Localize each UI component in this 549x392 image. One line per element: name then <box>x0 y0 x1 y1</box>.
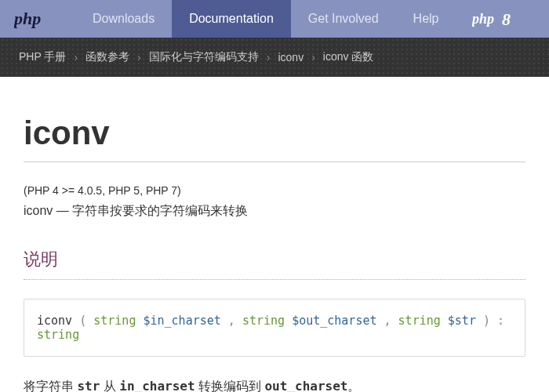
chevron-right-icon: › <box>137 51 141 64</box>
function-synopsis: iconv ( string $in_charset , string $out… <box>24 299 525 357</box>
syn-punct: ( <box>79 314 93 328</box>
svg-text:8: 8 <box>502 10 511 27</box>
syn-param-name: $in_charset <box>143 314 220 328</box>
php8-logo[interactable]: php 8 <box>463 10 525 27</box>
section-description: 说明 <box>24 248 525 280</box>
syn-param-type: string <box>93 314 136 328</box>
chevron-right-icon: › <box>74 51 78 64</box>
crumb-php-manual[interactable]: PHP 手册 <box>19 50 66 64</box>
syn-param-type: string <box>398 314 441 328</box>
crumb-iconv[interactable]: iconv <box>278 51 304 64</box>
crumb-function-ref[interactable]: 函数参考 <box>85 50 129 64</box>
syn-param-type: string <box>242 314 285 328</box>
syn-punct: ) : <box>483 314 504 328</box>
desc-text: 。 <box>347 379 360 392</box>
desc-literal-out-charset: out_charset <box>264 379 347 392</box>
nav-help[interactable]: Help <box>396 0 456 38</box>
nav-get-involved[interactable]: Get Involved <box>291 0 396 38</box>
content-area: iconv (PHP 4 >= 4.0.5, PHP 5, PHP 7) ico… <box>0 83 549 392</box>
top-navbar: php Downloads Documentation Get Involved… <box>0 0 549 38</box>
syn-param-name: $str <box>448 314 476 328</box>
syn-param-name: $out_charset <box>292 314 376 328</box>
syn-return-type: string <box>37 328 79 342</box>
syn-func-name: iconv <box>37 314 72 328</box>
syn-punct: , <box>228 314 242 328</box>
desc-literal-in-charset: in_charset <box>119 379 195 392</box>
breadcrumb-bar: PHP 手册 › 函数参考 › 国际化与字符编码支持 › iconv › ico… <box>0 38 549 77</box>
nav-downloads[interactable]: Downloads <box>75 0 172 38</box>
version-info: (PHP 4 >= 4.0.5, PHP 5, PHP 7) <box>24 184 525 197</box>
main-nav: Downloads Documentation Get Involved Hel… <box>75 0 456 38</box>
desc-literal-str: str <box>77 379 100 392</box>
svg-text:php: php <box>472 11 494 27</box>
syn-punct: , <box>384 314 398 328</box>
summary: iconv — 字符串按要求的字符编码来转换 <box>24 203 525 220</box>
desc-text: 从 <box>100 379 119 392</box>
page-title: iconv <box>24 114 525 162</box>
svg-text:php: php <box>14 9 41 28</box>
desc-text: 将字符串 <box>24 379 77 392</box>
chevron-right-icon: › <box>267 51 271 64</box>
function-description: 将字符串 str 从 in_charset 转换编码到 out_charset。 <box>24 376 525 392</box>
breadcrumb: PHP 手册 › 函数参考 › 国际化与字符编码支持 › iconv › ico… <box>19 50 530 64</box>
crumb-iconv-functions[interactable]: iconv 函数 <box>323 50 374 64</box>
crumb-intl-encoding[interactable]: 国际化与字符编码支持 <box>149 50 259 64</box>
desc-text: 转换编码到 <box>195 379 265 392</box>
chevron-right-icon: › <box>311 51 315 64</box>
nav-documentation[interactable]: Documentation <box>172 0 291 38</box>
php-logo[interactable]: php <box>0 9 75 29</box>
